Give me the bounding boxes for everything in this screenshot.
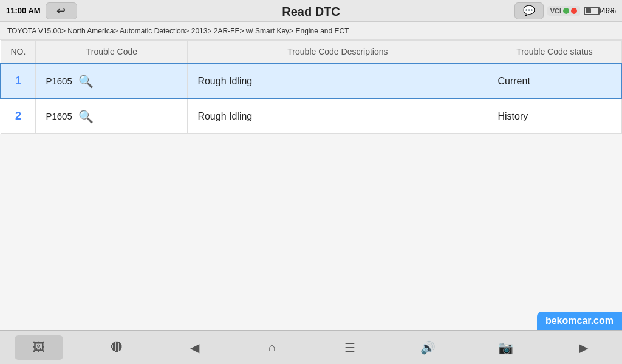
bottom-bar: 🖼 🔴︎ ◀ ⌂ ☰ 🔊 📷 ▶ [0,330,622,364]
table-row[interactable]: 2 P1605 🔍 Rough Idling History [1,99,621,134]
bottom-btn-gallery[interactable]: 🖼 [15,335,63,360]
row-code: P1605 🔍 [36,64,188,99]
message-button[interactable]: 💬 [514,2,544,19]
globe-icon [571,8,577,14]
bottom-btn-vol-up[interactable]: 🔊 [403,335,452,360]
gallery-icon: 🖼 [33,340,45,354]
nav-back-icon: ◀ [190,340,199,355]
bottom-btn-play[interactable]: ▶ [559,335,607,360]
camera-icon: 📷 [498,340,513,355]
trouble-code-value: P1605 [46,76,72,86]
battery-fill [586,8,591,13]
row-no: 1 [1,64,36,99]
play-icon: ▶ [579,340,588,355]
bottom-btn-menu[interactable]: ☰ [326,335,374,360]
search-code-button[interactable]: 🔍 [78,109,94,124]
row-description: Rough Idling [188,64,488,99]
battery-icon [584,7,600,15]
watermark: bekomcar.com [537,312,622,330]
dtc-table: NO. Trouble Code Trouble Code Descriptio… [0,40,622,134]
status-bar-left: 11:00 AM ↩ [6,2,77,19]
wifi-icon [563,8,569,14]
status-bar-right: 💬 VCI 46% [514,2,616,19]
row-status: History [488,99,621,134]
row-code: P1605 🔍 [36,99,188,134]
col-header-code: Trouble Code [36,41,188,64]
col-header-description: Trouble Code Descriptions [188,41,488,64]
bottom-btn-camera[interactable]: 📷 [481,335,530,360]
vci-indicator: VCI [547,6,580,16]
bottom-btn-back[interactable]: ◀ [170,335,219,360]
home-icon: ⌂ [268,340,276,354]
back-button[interactable]: ↩ [46,2,77,19]
row-no: 2 [1,99,36,134]
status-bar: 11:00 AM ↩ Read DTC 💬 VCI 46% [0,0,622,22]
breadcrumb: TOYOTA V15.00> North America> Automatic … [0,22,622,40]
breadcrumb-text: TOYOTA V15.00> North America> Automatic … [7,27,349,35]
page-title: Read DTC [282,5,340,19]
row-description: Rough Idling [188,99,488,134]
table-header-row: NO. Trouble Code Trouble Code Descriptio… [1,41,621,64]
vci-label: VCI [550,7,561,15]
menu-icon: ☰ [344,340,355,355]
search-code-button[interactable]: 🔍 [78,74,94,89]
message-icon: 💬 [523,5,535,16]
table-row[interactable]: 1 P1605 🔍 Rough Idling Current [1,64,621,99]
battery-percent: 46% [601,7,616,15]
back-arrow-icon: ↩ [56,4,66,18]
volume-up-icon: 🔊 [420,340,436,355]
status-time: 11:00 AM [6,6,41,15]
col-header-no: NO. [1,41,36,64]
dtc-table-container: NO. Trouble Code Trouble Code Descriptio… [0,40,622,134]
bottom-btn-vol-down[interactable]: 🔴︎ [92,335,141,360]
bottom-btn-home[interactable]: ⌂ [248,335,296,360]
col-header-status: Trouble Code status [488,41,621,64]
row-status: Current [488,64,621,99]
trouble-code-value: P1605 [46,111,72,121]
volume-down-icon: 🔴︎ [111,340,123,354]
battery-indicator: 46% [584,7,616,15]
